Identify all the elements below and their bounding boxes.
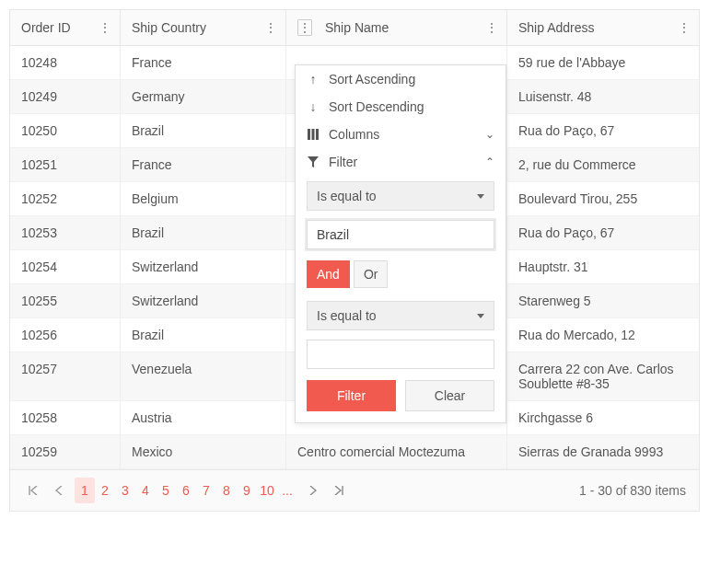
cell-order-id: 10251	[10, 148, 121, 181]
pager-page[interactable]: 6	[176, 478, 196, 503]
cell-ship-address: 59 rue de l'Abbaye	[507, 46, 699, 79]
pager-ellipsis: ...	[277, 478, 297, 503]
cell-ship-address: Kirchgasse 6	[507, 401, 699, 434]
cell-ship-country: Belgium	[121, 182, 286, 215]
header-label: Ship Country	[132, 20, 206, 35]
svg-rect-1	[312, 129, 315, 140]
pager-page[interactable]: 1	[75, 478, 95, 503]
header-row: Order ID ⋮ Ship Country ⋮ ⋮ Ship Name ⋮ …	[10, 10, 699, 46]
cell-ship-address: Rua do Paço, 67	[507, 114, 699, 147]
filter-value-1[interactable]	[307, 220, 494, 249]
cell-order-id: 10249	[10, 80, 121, 113]
cell-ship-country: France	[121, 148, 286, 181]
chevron-up-icon: ⌃	[485, 156, 494, 168]
pager-page[interactable]: 9	[237, 478, 257, 503]
columns-icon	[307, 129, 320, 140]
pager-prev-icon[interactable]	[49, 478, 69, 503]
sort-ascending-item[interactable]: ↑ Sort Ascending	[296, 65, 506, 93]
menu-label: Columns	[329, 127, 379, 142]
cell-order-id: 10252	[10, 182, 121, 215]
pager-page[interactable]: 8	[216, 478, 237, 503]
cell-ship-address: Rua do Paço, 67	[507, 216, 699, 249]
cell-order-id: 10257	[10, 352, 121, 400]
pager-next-icon[interactable]	[303, 478, 323, 503]
header-order-id[interactable]: Order ID ⋮	[10, 10, 121, 45]
cell-ship-country: France	[121, 46, 286, 79]
filter-operator-1[interactable]: Is equal to	[307, 181, 494, 211]
pager-info: 1 - 30 of 830 items	[579, 483, 686, 498]
pager-page[interactable]: 3	[115, 478, 135, 503]
pager-page[interactable]: 5	[156, 478, 176, 503]
cell-ship-name: Centro comercial Moctezuma	[286, 435, 507, 468]
filter-operator-2[interactable]: Is equal to	[307, 301, 494, 330]
filter-logic-group: And Or	[307, 260, 494, 288]
logic-or-button[interactable]: Or	[354, 260, 389, 288]
filter-item[interactable]: Filter ⌃	[296, 148, 506, 176]
column-menu-icon-active[interactable]: ⋮	[297, 19, 312, 36]
cell-ship-address: Rua do Mercado, 12	[507, 318, 699, 352]
menu-label: Sort Ascending	[329, 72, 415, 86]
arrow-down-icon: ↓	[307, 99, 320, 114]
column-menu-icon[interactable]: ⋮	[677, 19, 692, 36]
cell-order-id: 10253	[10, 216, 121, 249]
pager-controls: 12345678910...	[23, 478, 349, 503]
menu-label: Sort Descending	[329, 99, 424, 114]
filter-actions: Filter Clear	[296, 380, 506, 411]
cell-ship-country: Austria	[121, 401, 286, 434]
caret-down-icon	[477, 314, 484, 318]
arrow-up-icon: ↑	[307, 72, 320, 86]
filter-icon	[307, 156, 320, 167]
cell-ship-address: Starenweg 5	[507, 284, 699, 317]
cell-ship-country: Brazil	[121, 318, 286, 352]
select-value: Is equal to	[317, 189, 377, 203]
cell-order-id: 10258	[10, 401, 121, 434]
filter-value-2[interactable]	[307, 340, 494, 369]
menu-label: Filter	[329, 155, 357, 169]
columns-item[interactable]: Columns ⌄	[296, 121, 506, 148]
svg-rect-0	[308, 129, 310, 140]
column-menu-dropdown: ↑ Sort Ascending ↓ Sort Descending Colum…	[295, 64, 506, 423]
svg-rect-2	[316, 129, 319, 140]
cell-order-id: 10255	[10, 284, 121, 317]
cell-ship-country: Mexico	[121, 435, 286, 468]
sort-descending-item[interactable]: ↓ Sort Descending	[296, 93, 506, 121]
pager-page[interactable]: 7	[196, 478, 216, 503]
cell-ship-country: Brazil	[121, 216, 286, 249]
cell-ship-address: Boulevard Tirou, 255	[507, 182, 699, 215]
select-value: Is equal to	[317, 308, 377, 323]
header-label: Ship Address	[518, 20, 595, 35]
cell-ship-address: Sierras de Granada 9993	[507, 435, 699, 468]
caret-down-icon	[477, 194, 484, 199]
cell-ship-country: Switzerland	[121, 284, 286, 317]
cell-ship-address: Luisenstr. 48	[507, 80, 699, 113]
logic-and-button[interactable]: And	[307, 260, 350, 288]
column-menu-icon[interactable]: ⋮	[98, 19, 112, 36]
header-ship-country[interactable]: Ship Country ⋮	[121, 10, 286, 45]
cell-ship-country: Germany	[121, 80, 286, 113]
cell-ship-country: Switzerland	[121, 250, 286, 283]
filter-body: Is equal to And Or Is equal to	[296, 176, 506, 380]
header-ship-address[interactable]: Ship Address ⋮	[507, 10, 699, 45]
cell-order-id: 10259	[10, 435, 121, 468]
pager-last-icon[interactable]	[329, 478, 349, 503]
pager-page[interactable]: 10	[257, 478, 277, 503]
header-label: Ship Name	[325, 20, 389, 35]
cell-order-id: 10256	[10, 318, 121, 352]
table-row[interactable]: 10259MexicoCentro comercial MoctezumaSie…	[10, 435, 699, 469]
cell-ship-address: 2, rue du Commerce	[507, 148, 699, 181]
cell-order-id: 10248	[10, 46, 121, 79]
column-menu-icon[interactable]: ⋮	[484, 19, 499, 36]
chevron-down-icon: ⌄	[485, 128, 494, 141]
header-label: Order ID	[21, 20, 71, 35]
header-ship-name[interactable]: ⋮ Ship Name ⋮	[286, 10, 507, 45]
cell-ship-country: Brazil	[121, 114, 286, 147]
cell-ship-address: Carrera 22 con Ave. Carlos Soublette #8-…	[507, 352, 699, 400]
cell-order-id: 10254	[10, 250, 121, 283]
cell-order-id: 10250	[10, 114, 121, 147]
pager-first-icon[interactable]	[23, 478, 43, 503]
pager-page[interactable]: 4	[135, 478, 156, 503]
column-menu-icon[interactable]: ⋮	[263, 19, 278, 36]
pager-page[interactable]: 2	[95, 478, 115, 503]
filter-button[interactable]: Filter	[307, 380, 396, 411]
clear-button[interactable]: Clear	[405, 380, 494, 411]
